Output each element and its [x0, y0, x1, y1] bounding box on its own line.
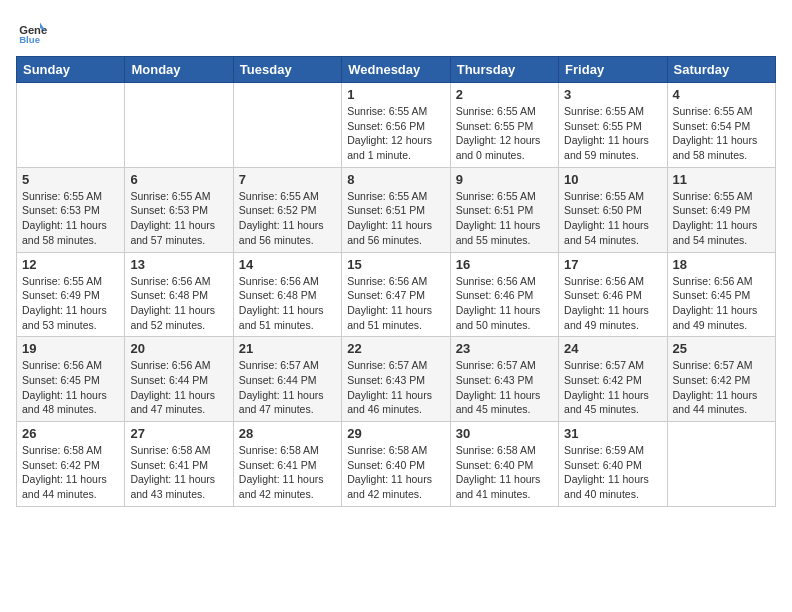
- weekday-header-friday: Friday: [559, 57, 667, 83]
- day-info: Sunrise: 6:55 AMSunset: 6:55 PMDaylight:…: [456, 104, 553, 163]
- calendar-cell: 26Sunrise: 6:58 AMSunset: 6:42 PMDayligh…: [17, 422, 125, 507]
- week-row-3: 12Sunrise: 6:55 AMSunset: 6:49 PMDayligh…: [17, 252, 776, 337]
- weekday-header-wednesday: Wednesday: [342, 57, 450, 83]
- calendar-cell: 29Sunrise: 6:58 AMSunset: 6:40 PMDayligh…: [342, 422, 450, 507]
- day-info: Sunrise: 6:55 AMSunset: 6:50 PMDaylight:…: [564, 189, 661, 248]
- calendar-cell: 7Sunrise: 6:55 AMSunset: 6:52 PMDaylight…: [233, 167, 341, 252]
- calendar-cell: 31Sunrise: 6:59 AMSunset: 6:40 PMDayligh…: [559, 422, 667, 507]
- logo: General Blue: [16, 16, 48, 48]
- day-number: 20: [130, 341, 227, 356]
- day-info: Sunrise: 6:56 AMSunset: 6:48 PMDaylight:…: [239, 274, 336, 333]
- calendar-cell: 6Sunrise: 6:55 AMSunset: 6:53 PMDaylight…: [125, 167, 233, 252]
- day-info: Sunrise: 6:58 AMSunset: 6:40 PMDaylight:…: [456, 443, 553, 502]
- day-info: Sunrise: 6:57 AMSunset: 6:44 PMDaylight:…: [239, 358, 336, 417]
- day-number: 21: [239, 341, 336, 356]
- day-info: Sunrise: 6:58 AMSunset: 6:40 PMDaylight:…: [347, 443, 444, 502]
- day-info: Sunrise: 6:57 AMSunset: 6:43 PMDaylight:…: [347, 358, 444, 417]
- calendar-cell: 1Sunrise: 6:55 AMSunset: 6:56 PMDaylight…: [342, 83, 450, 168]
- calendar-cell: [125, 83, 233, 168]
- calendar-cell: [233, 83, 341, 168]
- calendar-cell: 17Sunrise: 6:56 AMSunset: 6:46 PMDayligh…: [559, 252, 667, 337]
- weekday-header-monday: Monday: [125, 57, 233, 83]
- day-number: 12: [22, 257, 119, 272]
- day-number: 15: [347, 257, 444, 272]
- calendar-cell: [667, 422, 775, 507]
- calendar-cell: 5Sunrise: 6:55 AMSunset: 6:53 PMDaylight…: [17, 167, 125, 252]
- calendar-cell: 28Sunrise: 6:58 AMSunset: 6:41 PMDayligh…: [233, 422, 341, 507]
- day-info: Sunrise: 6:56 AMSunset: 6:46 PMDaylight:…: [456, 274, 553, 333]
- day-number: 28: [239, 426, 336, 441]
- calendar-cell: 15Sunrise: 6:56 AMSunset: 6:47 PMDayligh…: [342, 252, 450, 337]
- weekday-header-thursday: Thursday: [450, 57, 558, 83]
- day-number: 23: [456, 341, 553, 356]
- day-number: 14: [239, 257, 336, 272]
- day-number: 27: [130, 426, 227, 441]
- day-number: 3: [564, 87, 661, 102]
- calendar-cell: 23Sunrise: 6:57 AMSunset: 6:43 PMDayligh…: [450, 337, 558, 422]
- weekday-header-sunday: Sunday: [17, 57, 125, 83]
- day-number: 7: [239, 172, 336, 187]
- week-row-1: 1Sunrise: 6:55 AMSunset: 6:56 PMDaylight…: [17, 83, 776, 168]
- calendar-cell: 9Sunrise: 6:55 AMSunset: 6:51 PMDaylight…: [450, 167, 558, 252]
- calendar-cell: 13Sunrise: 6:56 AMSunset: 6:48 PMDayligh…: [125, 252, 233, 337]
- day-info: Sunrise: 6:56 AMSunset: 6:45 PMDaylight:…: [22, 358, 119, 417]
- calendar-cell: 3Sunrise: 6:55 AMSunset: 6:55 PMDaylight…: [559, 83, 667, 168]
- day-info: Sunrise: 6:58 AMSunset: 6:41 PMDaylight:…: [239, 443, 336, 502]
- weekday-header-tuesday: Tuesday: [233, 57, 341, 83]
- day-number: 6: [130, 172, 227, 187]
- day-number: 10: [564, 172, 661, 187]
- calendar-cell: 10Sunrise: 6:55 AMSunset: 6:50 PMDayligh…: [559, 167, 667, 252]
- day-number: 5: [22, 172, 119, 187]
- calendar-cell: 21Sunrise: 6:57 AMSunset: 6:44 PMDayligh…: [233, 337, 341, 422]
- logo-icon: General Blue: [16, 16, 48, 48]
- week-row-2: 5Sunrise: 6:55 AMSunset: 6:53 PMDaylight…: [17, 167, 776, 252]
- day-number: 1: [347, 87, 444, 102]
- day-info: Sunrise: 6:57 AMSunset: 6:42 PMDaylight:…: [564, 358, 661, 417]
- calendar-cell: 30Sunrise: 6:58 AMSunset: 6:40 PMDayligh…: [450, 422, 558, 507]
- calendar-cell: 2Sunrise: 6:55 AMSunset: 6:55 PMDaylight…: [450, 83, 558, 168]
- calendar-cell: 12Sunrise: 6:55 AMSunset: 6:49 PMDayligh…: [17, 252, 125, 337]
- day-number: 11: [673, 172, 770, 187]
- day-number: 4: [673, 87, 770, 102]
- calendar-cell: 16Sunrise: 6:56 AMSunset: 6:46 PMDayligh…: [450, 252, 558, 337]
- day-info: Sunrise: 6:57 AMSunset: 6:42 PMDaylight:…: [673, 358, 770, 417]
- day-info: Sunrise: 6:56 AMSunset: 6:48 PMDaylight:…: [130, 274, 227, 333]
- day-info: Sunrise: 6:55 AMSunset: 6:54 PMDaylight:…: [673, 104, 770, 163]
- day-number: 31: [564, 426, 661, 441]
- calendar-table: SundayMondayTuesdayWednesdayThursdayFrid…: [16, 56, 776, 507]
- day-info: Sunrise: 6:55 AMSunset: 6:49 PMDaylight:…: [673, 189, 770, 248]
- day-number: 13: [130, 257, 227, 272]
- calendar-cell: 25Sunrise: 6:57 AMSunset: 6:42 PMDayligh…: [667, 337, 775, 422]
- day-number: 30: [456, 426, 553, 441]
- day-info: Sunrise: 6:56 AMSunset: 6:45 PMDaylight:…: [673, 274, 770, 333]
- calendar-cell: [17, 83, 125, 168]
- day-info: Sunrise: 6:59 AMSunset: 6:40 PMDaylight:…: [564, 443, 661, 502]
- day-info: Sunrise: 6:55 AMSunset: 6:53 PMDaylight:…: [130, 189, 227, 248]
- weekday-header-saturday: Saturday: [667, 57, 775, 83]
- calendar-cell: 20Sunrise: 6:56 AMSunset: 6:44 PMDayligh…: [125, 337, 233, 422]
- day-info: Sunrise: 6:57 AMSunset: 6:43 PMDaylight:…: [456, 358, 553, 417]
- calendar-cell: 8Sunrise: 6:55 AMSunset: 6:51 PMDaylight…: [342, 167, 450, 252]
- day-info: Sunrise: 6:58 AMSunset: 6:42 PMDaylight:…: [22, 443, 119, 502]
- day-info: Sunrise: 6:55 AMSunset: 6:51 PMDaylight:…: [347, 189, 444, 248]
- day-info: Sunrise: 6:55 AMSunset: 6:49 PMDaylight:…: [22, 274, 119, 333]
- calendar-cell: 11Sunrise: 6:55 AMSunset: 6:49 PMDayligh…: [667, 167, 775, 252]
- calendar-cell: 24Sunrise: 6:57 AMSunset: 6:42 PMDayligh…: [559, 337, 667, 422]
- day-number: 16: [456, 257, 553, 272]
- calendar-cell: 27Sunrise: 6:58 AMSunset: 6:41 PMDayligh…: [125, 422, 233, 507]
- calendar-cell: 22Sunrise: 6:57 AMSunset: 6:43 PMDayligh…: [342, 337, 450, 422]
- calendar-cell: 4Sunrise: 6:55 AMSunset: 6:54 PMDaylight…: [667, 83, 775, 168]
- day-info: Sunrise: 6:55 AMSunset: 6:55 PMDaylight:…: [564, 104, 661, 163]
- day-number: 17: [564, 257, 661, 272]
- day-number: 22: [347, 341, 444, 356]
- day-number: 26: [22, 426, 119, 441]
- calendar-cell: 18Sunrise: 6:56 AMSunset: 6:45 PMDayligh…: [667, 252, 775, 337]
- week-row-4: 19Sunrise: 6:56 AMSunset: 6:45 PMDayligh…: [17, 337, 776, 422]
- day-number: 9: [456, 172, 553, 187]
- day-info: Sunrise: 6:55 AMSunset: 6:56 PMDaylight:…: [347, 104, 444, 163]
- calendar-cell: 14Sunrise: 6:56 AMSunset: 6:48 PMDayligh…: [233, 252, 341, 337]
- day-number: 29: [347, 426, 444, 441]
- day-info: Sunrise: 6:56 AMSunset: 6:44 PMDaylight:…: [130, 358, 227, 417]
- calendar-cell: 19Sunrise: 6:56 AMSunset: 6:45 PMDayligh…: [17, 337, 125, 422]
- weekday-header-row: SundayMondayTuesdayWednesdayThursdayFrid…: [17, 57, 776, 83]
